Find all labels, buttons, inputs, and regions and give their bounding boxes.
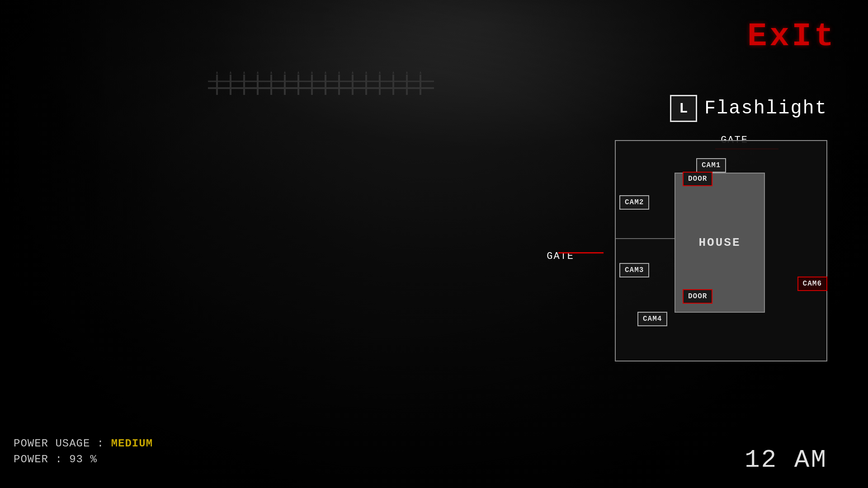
flashlight-label: Flashlight (704, 98, 827, 119)
time-display: 12 AM (745, 446, 827, 474)
svg-marker-31 (284, 71, 286, 74)
svg-marker-36 (352, 71, 354, 74)
svg-marker-37 (365, 71, 367, 74)
power-usage-label: POWER USAGE : (14, 437, 111, 450)
power-label: POWER : (14, 453, 69, 465)
house-label: HOUSE (698, 236, 741, 249)
svg-marker-28 (243, 71, 245, 74)
fence (208, 70, 434, 97)
map-divider (616, 238, 675, 239)
svg-marker-41 (420, 71, 421, 74)
cam1-box[interactable]: CAM1 (696, 158, 726, 173)
power-info-panel: POWER USAGE : MEDIUM POWER : 93 % (14, 437, 153, 465)
cam3-box[interactable]: CAM3 (619, 263, 649, 277)
cam6-box[interactable]: CAM6 (797, 277, 827, 291)
flashlight-indicator: L Flashlight (670, 95, 827, 122)
svg-rect-3 (309, 24, 324, 49)
svg-marker-26 (216, 71, 218, 74)
power-line: POWER : 93 % (14, 453, 153, 465)
flashlight-key-box: L (670, 95, 697, 122)
svg-marker-39 (392, 71, 394, 74)
monster-silhouette (298, 0, 335, 81)
power-usage-line: POWER USAGE : MEDIUM (14, 437, 153, 450)
power-usage-value: MEDIUM (111, 437, 153, 450)
exit-button[interactable]: ExIt (747, 18, 836, 55)
door-bottom-box[interactable]: DOOR (683, 289, 712, 304)
door-top-box[interactable]: DOOR (683, 172, 712, 186)
svg-point-2 (310, 10, 323, 24)
svg-marker-33 (311, 71, 313, 74)
power-value: 93 % (69, 453, 97, 465)
cam2-box[interactable]: CAM2 (619, 195, 649, 210)
map-panel: HOUSE CAM1 CAM2 CAM3 CAM4 CAM6 DOOR DOOR (615, 140, 827, 361)
svg-marker-29 (257, 71, 259, 74)
svg-marker-35 (338, 71, 340, 74)
svg-marker-30 (270, 71, 272, 74)
svg-marker-38 (379, 71, 381, 74)
svg-marker-34 (325, 71, 326, 74)
svg-marker-40 (406, 71, 408, 74)
svg-rect-5 (324, 27, 335, 31)
cam4-box[interactable]: CAM4 (637, 312, 667, 326)
svg-marker-32 (297, 71, 299, 74)
gate-left-underline (558, 252, 604, 253)
svg-rect-4 (298, 27, 309, 31)
svg-marker-27 (230, 71, 231, 74)
